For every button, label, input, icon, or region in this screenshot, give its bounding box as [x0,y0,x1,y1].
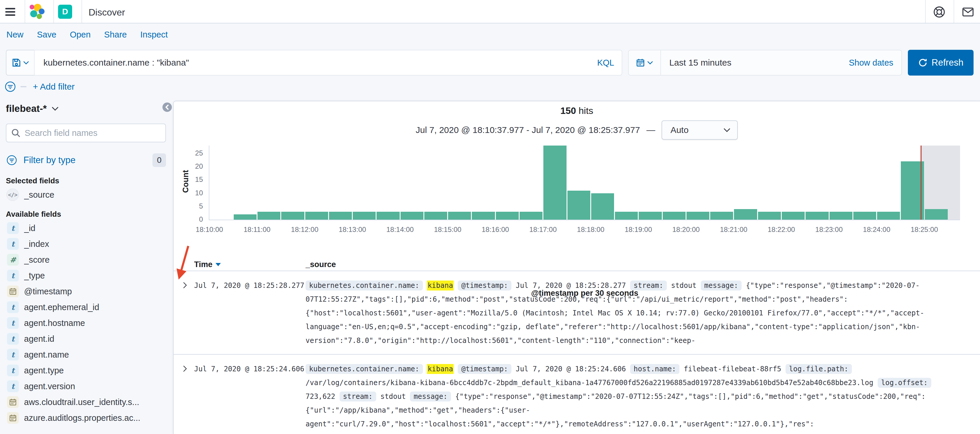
field-item[interactable]: tagent.id [6,331,166,347]
table-body: Jul 7, 2020 @ 18:25:28.277kubernetes.con… [173,271,980,434]
field-item-source[interactable]: </>_source [6,187,166,203]
filter-by-type-button[interactable]: Filter by type 0 [6,152,166,169]
sidebar-collapse-button[interactable] [162,103,172,112]
field-item[interactable]: t_type [6,268,166,284]
x-axis-tick-label: 18:13:00 [339,225,366,234]
histogram-bar[interactable] [567,191,590,220]
chevron-down-icon [647,61,653,65]
documents-table: Time _source Jul 7, 2020 @ 18:25:28.277k… [173,258,980,434]
histogram-bar[interactable] [663,212,686,220]
interval-select[interactable]: Auto [662,120,738,140]
date-picker: Last 15 minutes Show dates [628,50,902,76]
field-item[interactable]: tagent.hostname [6,315,166,331]
toolbar-link-inspect[interactable]: Inspect [140,30,168,40]
elastic-logo[interactable] [29,3,45,21]
chevron-down-icon [723,128,731,132]
query-input[interactable] [35,58,590,68]
toolbar-link-open[interactable]: Open [70,30,91,40]
field-item[interactable]: tagent.version [6,379,166,394]
histogram-bar[interactable] [925,209,948,220]
field-item[interactable]: aws.cloudtrail.user_identity.s... [6,394,166,410]
time-column-header[interactable]: Time [194,260,305,269]
help-icon[interactable] [932,5,946,19]
histogram-bar[interactable] [281,212,304,220]
histogram-bar[interactable] [401,212,423,220]
field-item[interactable]: @timestamp [6,284,166,299]
field-label-badge: log.offset: [878,378,931,388]
newsfeed-mail-icon[interactable] [961,5,975,19]
histogram-bar[interactable] [782,212,805,220]
field-item[interactable]: t_index [6,236,166,252]
histogram-bar[interactable] [710,212,733,220]
histogram-bar[interactable] [305,212,328,220]
field-item[interactable]: tagent.name [6,347,166,363]
field-search-input[interactable] [25,128,161,138]
histogram-bar[interactable] [734,209,757,220]
field-label-badge: log.file.path: [786,364,852,374]
expand-row-button[interactable] [180,364,190,374]
field-type-number-icon: # [7,254,19,266]
histogram-bar[interactable] [830,212,853,220]
y-axis-tick-label: 20 [175,162,203,170]
index-pattern-switcher[interactable]: filebeat-* [6,103,59,114]
field-name: agent.type [24,366,64,375]
histogram-bar[interactable] [377,212,399,220]
histogram-bar[interactable] [639,212,662,220]
field-item[interactable]: azure.auditlogs.properties.ac... [6,410,166,426]
expand-row-button[interactable] [180,280,190,290]
histogram-bar[interactable] [591,193,614,220]
histogram-bar[interactable] [448,212,471,220]
histogram-bar[interactable] [805,212,828,220]
app-badge[interactable]: D [58,5,72,19]
filter-divider [21,86,26,87]
histogram-bar[interactable] [329,212,352,220]
row-time: Jul 7, 2020 @ 18:25:24.606 [194,362,305,432]
field-label-badge: stream: [340,391,376,401]
refresh-button[interactable]: Refresh [908,50,974,76]
toolbar-link-save[interactable]: Save [37,30,56,40]
add-filter-button[interactable]: + Add filter [33,82,75,92]
filters-icon[interactable] [4,81,16,93]
date-quick-select-button[interactable] [629,51,661,75]
chevron-left-icon [164,105,170,110]
toolbar-link-share[interactable]: Share [104,30,127,40]
histogram-bar[interactable] [424,212,447,220]
histogram-bar[interactable] [472,212,495,220]
histogram-bar[interactable] [520,212,542,220]
field-item[interactable]: tagent.type [6,363,166,379]
available-fields-heading: Available fields [6,210,61,219]
field-type-date-icon [7,396,19,408]
current-time-marker [921,146,922,220]
histogram-bar[interactable] [877,212,900,220]
saved-query-button[interactable] [6,50,34,76]
x-axis-tick-label: 18:24:00 [863,225,890,234]
histogram-bar[interactable] [234,214,256,220]
available-fields-list: t_idt_index#_scoret_type@timestamptagent… [6,220,166,426]
row-source: kubernetes.container.name: kibana @times… [305,279,963,348]
kql-language-button[interactable]: KQL [589,58,622,68]
field-item[interactable]: #_score [6,252,166,268]
field-type-date-icon [7,412,19,424]
page-title: Discover [89,7,125,18]
field-type-string-icon: t [7,222,19,234]
histogram-bar[interactable] [496,212,519,220]
table-row: Jul 7, 2020 @ 18:25:28.277kubernetes.con… [173,271,980,355]
field-item[interactable]: tagent.ephemeral_id [6,299,166,315]
y-axis-line [209,146,209,220]
histogram-bar[interactable] [258,212,280,220]
histogram-bar[interactable] [543,146,566,220]
histogram-bar[interactable] [686,212,710,220]
histogram-bar[interactable] [353,212,375,220]
selected-fields-heading: Selected fields [6,176,59,185]
field-item[interactable]: t_id [6,220,166,236]
index-pattern-name: filebeat-* [6,103,47,114]
toolbar-link-new[interactable]: New [6,30,24,40]
filter-by-type-icon [6,154,18,166]
time-range-value[interactable]: Last 15 minutes [661,58,849,68]
field-label-badge: host.name: [630,364,680,374]
histogram-bar[interactable] [853,212,876,220]
histogram-bar[interactable] [615,212,638,220]
histogram-bar[interactable] [758,212,781,220]
show-dates-button[interactable]: Show dates [849,58,902,68]
hamburger-menu-icon[interactable] [5,6,18,17]
